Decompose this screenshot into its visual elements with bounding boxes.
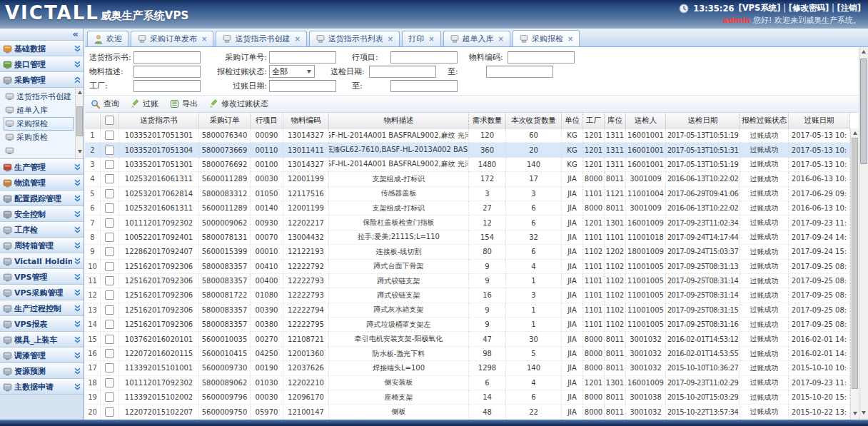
submenu-item-3[interactable]: 采购质检 <box>4 131 74 144</box>
sidebar-item-2[interactable]: 采购管理 <box>0 72 84 88</box>
header-link-2[interactable]: [注销] <box>837 3 861 13</box>
sidebar-item-8[interactable]: 周转箱管理 <box>0 238 84 253</box>
sidebar-item-7[interactable]: 工序检 <box>0 222 84 238</box>
tab-6[interactable]: 采购报检× <box>513 30 580 46</box>
column-header-9[interactable]: 库位 <box>605 113 626 128</box>
table-scroll-up-arrow[interactable] <box>853 131 857 135</box>
table-scrollbar-thumb[interactable] <box>852 138 858 389</box>
row-checkbox[interactable] <box>105 203 114 213</box>
table-row[interactable]: 610253201606131156000112890014012001199支… <box>85 201 850 215</box>
table-row[interactable]: 1612207201602011556000104150425012001360… <box>85 347 850 361</box>
row-checkbox[interactable] <box>105 305 114 315</box>
posting-date-to-input[interactable] <box>390 80 458 92</box>
sidebar-item-13[interactable]: VPS报表 <box>0 316 84 332</box>
row-checkbox[interactable] <box>105 262 114 271</box>
row-checkbox[interactable] <box>105 131 114 140</box>
column-header-12[interactable]: 报检过账状态 <box>740 113 789 128</box>
submenu-item-partial[interactable] <box>4 144 74 157</box>
submenu-item-0[interactable]: 送货指示书创建 <box>4 90 74 103</box>
posting-status-select[interactable]: 全部 <box>269 65 315 78</box>
table-scroll-down-arrow[interactable] <box>853 412 857 415</box>
column-header-10[interactable]: 送检人 <box>626 113 666 128</box>
column-header-0[interactable]: 送货指示书 <box>119 113 199 128</box>
row-checkbox[interactable] <box>105 407 114 417</box>
query-button[interactable]: 查询 <box>91 98 119 109</box>
close-icon[interactable]: × <box>498 35 504 43</box>
row-checkbox[interactable] <box>105 218 114 228</box>
column-header-5[interactable]: 需求数量 <box>469 113 506 128</box>
tab-3[interactable]: 送货指示书列表× <box>309 31 400 46</box>
select-all-checkbox[interactable] <box>105 116 114 125</box>
column-header-8[interactable]: 工厂 <box>583 113 605 128</box>
sidebar-item-14[interactable]: 模具_上装车 <box>0 332 84 348</box>
sidebar-item-10[interactable]: VPS管理 <box>0 269 84 285</box>
submenu-scroll-down-arrow[interactable] <box>78 150 82 153</box>
table-row[interactable]: 1312516201709230658000833570039012222794… <box>85 303 850 318</box>
table-row[interactable]: 1112516201709230658000833570040012222793… <box>85 274 850 288</box>
row-checkbox[interactable] <box>105 335 114 344</box>
close-icon[interactable]: × <box>428 35 434 43</box>
chevron-down-icon[interactable] <box>304 66 314 77</box>
page-scrollbar[interactable] <box>859 47 868 420</box>
tab-4[interactable]: 打印× <box>402 31 440 46</box>
page-scroll-down-arrow[interactable] <box>862 411 866 415</box>
plant-input[interactable] <box>133 80 201 92</box>
table-row[interactable]: 1711339201510100156000097300019012037626… <box>85 361 850 375</box>
row-checkbox[interactable] <box>105 174 114 183</box>
sidebar-item-0[interactable]: 基础数据 <box>0 41 84 56</box>
line-item-input[interactable] <box>390 51 458 64</box>
table-scrollbar[interactable] <box>850 128 859 420</box>
sidebar-item-11[interactable]: VPS采购管理 <box>0 285 84 300</box>
table-row[interactable]: 110335201705130158000763400009013014327亚… <box>85 128 850 143</box>
table-row[interactable]: 710111201709230250000090620093012202217保… <box>85 215 850 230</box>
column-header-3[interactable]: 物料编码 <box>283 113 329 128</box>
close-icon[interactable]: × <box>567 35 573 43</box>
row-checkbox[interactable] <box>105 160 114 169</box>
column-header-13[interactable]: 过账日期 <box>789 113 850 128</box>
inspection-date-to-input[interactable] <box>486 66 553 78</box>
submenu-item-1[interactable]: 超单入库 <box>4 103 74 117</box>
column-header-7[interactable]: 单位 <box>562 113 583 128</box>
sidebar-item-5[interactable]: 配置跟踪管理 <box>0 191 84 206</box>
submenu-scrollbar-thumb[interactable] <box>76 106 83 136</box>
table-row[interactable]: 1510376201602010156000100350027012108721… <box>85 332 850 346</box>
table-row[interactable]: 410253201606131156000112890003012001199支… <box>85 172 850 186</box>
close-icon[interactable]: × <box>201 35 207 43</box>
export-button[interactable]: 导出 <box>170 98 198 109</box>
row-checkbox[interactable] <box>105 276 114 285</box>
row-checkbox[interactable] <box>105 290 114 300</box>
sidebar-item-3[interactable]: 生产管理 <box>0 159 84 175</box>
sidebar-item-16[interactable]: 资源预测 <box>0 363 84 379</box>
header-link-0[interactable]: [VPS系统] <box>738 3 780 13</box>
table-row[interactable]: 912286201709240756000153990001012122193连… <box>85 245 850 259</box>
column-header-6[interactable]: 本次收货数量 <box>506 113 562 128</box>
tab-5[interactable]: 超单入库× <box>443 31 510 46</box>
table-row[interactable]: 310335201705130158000766920010013014327亚… <box>85 158 850 172</box>
sidebar-item-12[interactable]: 生产过程控制 <box>0 300 84 316</box>
table-row[interactable]: 1810111201709230258000890620103012202210… <box>85 376 850 390</box>
close-icon[interactable]: × <box>388 35 393 43</box>
table-row[interactable]: 2012207201510220756000097500597012100147… <box>85 405 850 419</box>
material-code-input[interactable] <box>508 51 575 64</box>
submenu-scroll-up-arrow[interactable] <box>78 91 82 94</box>
posting-date-from-input[interactable] <box>269 80 336 92</box>
table-row[interactable]: 1911339201510200256000097960003012096170… <box>85 390 850 405</box>
sidebar-item-9[interactable]: Victall Holding <box>0 253 84 269</box>
delivery-instruction-input[interactable] <box>133 51 201 64</box>
tab-1[interactable]: 采购订单发布× <box>131 31 213 46</box>
sidebar-collapse-bar[interactable]: « <box>0 29 84 41</box>
page-scroll-up-arrow[interactable] <box>862 50 866 54</box>
header-link-1[interactable]: [修改密码] <box>789 3 829 13</box>
table-row[interactable]: 510253201706281458000833120105012117516传… <box>85 187 850 201</box>
collapse-icon[interactable]: « <box>73 29 79 39</box>
row-checkbox[interactable] <box>105 320 114 329</box>
material-desc-input[interactable] <box>133 66 201 78</box>
sidebar-item-17[interactable]: 主数据申请 <box>0 379 84 395</box>
tab-0[interactable]: 欢迎 <box>87 31 128 46</box>
row-checkbox[interactable] <box>105 189 114 198</box>
row-checkbox[interactable] <box>105 146 114 155</box>
inspection-date-from-input[interactable] <box>369 66 436 78</box>
table-row[interactable]: 1412516201709230658000833570038012222795… <box>85 318 850 332</box>
column-header-2[interactable]: 行项目 <box>251 113 283 128</box>
page-scrollbar-thumb[interactable] <box>860 59 867 164</box>
